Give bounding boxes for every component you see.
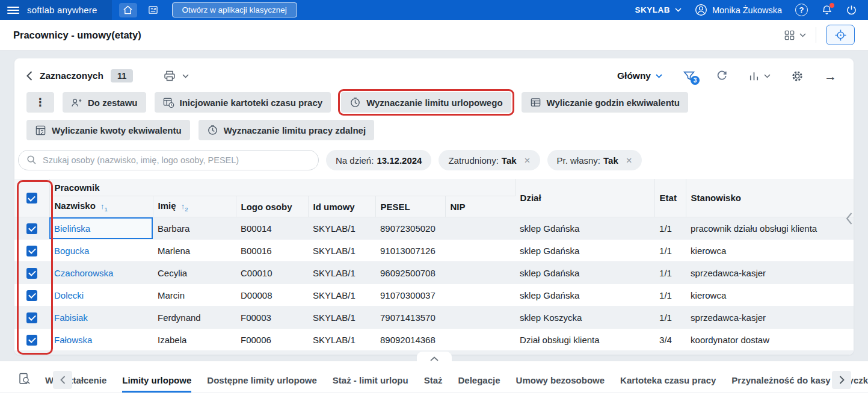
column-header-pesel[interactable]: PESEL	[375, 196, 445, 217]
tabs-scroll-left-icon[interactable]	[53, 371, 72, 389]
row-checkbox[interactable]	[26, 268, 37, 279]
refresh-icon[interactable]	[716, 70, 728, 82]
cell-dzial: sklep Koszycka	[515, 306, 654, 329]
expand-right-arrow-icon[interactable]: →	[824, 70, 837, 82]
tab-kartoteka-czasu-pracy[interactable]: Kartoteka czasu pracy	[620, 373, 716, 393]
action-label: Do zestawu	[88, 98, 138, 108]
row-checkbox[interactable]	[26, 290, 37, 301]
cell-nazwisko[interactable]: Czachorowska	[49, 262, 153, 284]
remove-filter-icon[interactable]: ×	[626, 155, 632, 166]
cell-imie: Cecylia	[153, 262, 236, 284]
column-header-dzial[interactable]: Dział	[515, 179, 654, 217]
news-icon[interactable]	[144, 3, 162, 17]
cell-nip	[445, 284, 515, 306]
tab-delegacje[interactable]: Delegacje	[458, 373, 500, 393]
topbar-right: SKYLAB Monika Żukowska ?	[635, 4, 857, 16]
user-menu[interactable]: Monika Żukowska	[695, 4, 782, 16]
column-header-logo-osoby[interactable]: Logo osoby	[236, 196, 308, 217]
select-all-checkbox[interactable]	[26, 193, 37, 204]
cell-dzial: sklep Gdańska	[515, 262, 654, 284]
row-select-cell	[14, 329, 49, 351]
browse-details-icon[interactable]	[18, 372, 31, 385]
action-label: Inicjowanie kartoteki czasu pracy	[180, 98, 323, 108]
cell-stanowisko: kierowca	[686, 351, 854, 355]
focus-mode-button[interactable]	[826, 25, 855, 45]
cell-nip	[445, 329, 515, 351]
cell-nazwisko[interactable]: Bielińska	[49, 217, 153, 240]
cell-nazwisko[interactable]: Halicka	[49, 351, 153, 355]
tab-umowy-bezosobowe[interactable]: Umowy bezosobowe	[516, 373, 605, 393]
open-classic-app-button[interactable]: Otwórz w aplikacji klasycznej	[172, 2, 297, 17]
menu-icon[interactable]	[7, 7, 19, 14]
column-header-nip[interactable]: NIP	[445, 196, 515, 217]
action-label: Wyliczanie godzin ekwiwalentu	[547, 98, 680, 108]
table-row[interactable]: FabisiakFerdynandF00003SKYLAB/1790714135…	[14, 306, 854, 329]
table-row[interactable]: CzachorowskaCecyliaC00010SKYLAB/19609250…	[14, 262, 854, 284]
print-options-chevron-icon[interactable]	[182, 74, 189, 78]
cell-nazwisko[interactable]: Dolecki	[49, 284, 153, 306]
action-label: Wyznaczanie limitu pracy zdalnej	[224, 125, 366, 135]
chevron-down-icon	[656, 74, 662, 78]
filter-chip-na-dzie[interactable]: Na dzień:13.12.2024	[326, 150, 431, 170]
action-wyliczanie-kwoty-ekwiwalentu[interactable]: Wyliczanie kwoty ekwiwalentu	[26, 120, 190, 140]
help-icon[interactable]: ?	[795, 4, 808, 16]
table-row[interactable]: BielińskaBarbaraB00014SKYLAB/18907230502…	[14, 217, 854, 240]
row-checkbox[interactable]	[26, 335, 37, 346]
cell-nazwisko[interactable]: Bogucka	[49, 240, 153, 262]
row-checkbox[interactable]	[26, 312, 37, 323]
chart-view-button[interactable]	[748, 70, 771, 82]
remove-filter-icon[interactable]: ×	[525, 155, 531, 166]
cell-nazwisko[interactable]: Fabisiak	[49, 306, 153, 329]
row-checkbox[interactable]	[26, 246, 37, 256]
more-actions-icon[interactable]: ⋮	[26, 92, 54, 113]
home-icon[interactable]	[119, 3, 137, 17]
cell-nazwisko[interactable]: Fałowska	[49, 329, 153, 351]
power-icon[interactable]	[846, 4, 857, 16]
column-header-etat[interactable]: Etat	[654, 179, 686, 217]
filter-chip-pr-w-asny[interactable]: Pr. własny:Tak×	[547, 150, 642, 170]
printer-icon[interactable]	[163, 69, 176, 82]
table-row[interactable]: DoleckiMarcinD00008SKYLAB/191070300037sk…	[14, 284, 854, 306]
column-header-nazwisko[interactable]: Nazwisko ↑1	[49, 196, 153, 217]
column-header-imie[interactable]: Imię ↑2	[153, 196, 236, 217]
view-selector[interactable]: Główny	[617, 70, 662, 81]
chip-value: Tak	[502, 155, 517, 166]
action-wyznaczanie-limitu-pracy-zdalnej[interactable]: Wyznaczanie limitu pracy zdalnej	[199, 120, 374, 140]
cell-id_umowy: SKYLAB/1	[308, 217, 375, 240]
cell-logo: B00014	[236, 217, 308, 240]
filter-chip-zatrudniony[interactable]: Zatrudniony:Tak×	[439, 150, 540, 170]
side-panel-collapse-icon[interactable]	[846, 212, 852, 225]
action-wyznaczanie-limitu-urlopowego[interactable]: Wyznaczanie limitu urlopowego	[341, 92, 511, 113]
column-header-stanowisko[interactable]: Stanowisko	[686, 179, 854, 217]
column-header-id-umowy[interactable]: Id umowy	[308, 196, 375, 217]
tab-sta-limit-urlopu[interactable]: Staż - limit urlopu	[333, 373, 408, 393]
action-do-zestawu[interactable]: Do zestawu	[63, 92, 146, 113]
filter-chips: Na dzień:13.12.2024Zatrudniony:Tak×Pr. w…	[326, 150, 642, 170]
app-brand: softlab anywhere	[27, 5, 97, 15]
cell-pesel: 91013007126	[375, 240, 445, 262]
company-selector[interactable]: SKYLAB	[635, 5, 682, 14]
action-wyliczanie-godzin-ekwiwalentu[interactable]: Wyliczanie godzin ekwiwalentu	[522, 92, 688, 113]
table-row[interactable]: BoguckaMarlenaB00016SKYLAB/191013007126s…	[14, 240, 854, 262]
filter-icon[interactable]: 3	[683, 70, 695, 82]
panel-expand-bump[interactable]	[417, 352, 452, 362]
tab-dost-pne-limity-urlopowe[interactable]: Dostępne limity urlopowe	[207, 373, 317, 393]
row-checkbox[interactable]	[26, 223, 37, 234]
tabs-scroll-right-icon[interactable]	[832, 371, 851, 389]
notifications-icon[interactable]	[821, 4, 833, 16]
back-chevron-icon[interactable]	[26, 71, 32, 81]
clock-icon	[349, 97, 361, 108]
tab-limity-urlopowe[interactable]: Limity urlopowe	[122, 373, 191, 393]
layout-switcher[interactable]	[784, 30, 806, 41]
table-row[interactable]: FałowskaIzabelaF00006SKYLAB/189092014368…	[14, 329, 854, 351]
tab-sta[interactable]: Staż	[424, 373, 443, 393]
toolbar-right: Główny 3 →	[617, 70, 842, 82]
cell-imie: Marlena	[153, 240, 236, 262]
employee-rows: BielińskaBarbaraB00014SKYLAB/18907230502…	[14, 217, 854, 355]
settings-gear-icon[interactable]	[791, 70, 804, 82]
cell-id_umowy: SKYLAB/1	[308, 284, 375, 306]
action-inicjowanie-kartoteki-czasu-pracy[interactable]: Inicjowanie kartoteki czasu pracy	[155, 92, 331, 113]
user-name: Monika Żukowska	[712, 5, 782, 15]
search-input[interactable]	[18, 150, 319, 170]
action-label: Wyliczanie kwoty ekwiwalentu	[52, 125, 182, 135]
